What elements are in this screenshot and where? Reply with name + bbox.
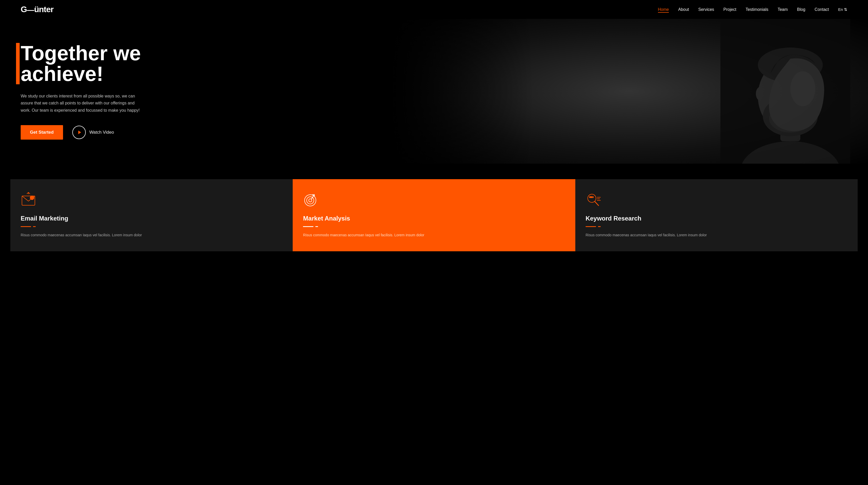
service-card-email-marketing: $ Email Marketing Risus commodo maecenas… — [10, 179, 293, 251]
nav-home[interactable]: Home — [658, 7, 669, 13]
hero-title-text: Together weachieve! — [21, 41, 141, 85]
service-text-market: Risus commodo maecenas accumsan Iaqus ve… — [303, 232, 565, 238]
nav-testimonials[interactable]: Testimonials — [746, 7, 768, 11]
hero-subtitle: We study our clients interest from all p… — [21, 92, 145, 114]
nav-services[interactable]: Services — [698, 7, 714, 11]
svg-marker-12 — [78, 131, 81, 134]
watch-video-button[interactable]: Watch Video — [72, 126, 114, 139]
get-started-button[interactable]: Get Started — [21, 125, 63, 140]
nav-team[interactable]: Team — [778, 7, 788, 11]
service-divider-keyword — [586, 226, 596, 227]
service-text-email: Risus commodo maecenas accumsan Iaqus ve… — [21, 232, 282, 238]
service-title-email: Email Marketing — [21, 215, 282, 222]
nav-project[interactable]: Project — [723, 7, 736, 11]
logo[interactable]: Günter — [21, 5, 54, 14]
service-divider-market — [303, 226, 313, 227]
services-section: $ Email Marketing Risus commodo maecenas… — [0, 179, 868, 251]
service-divider-email — [21, 226, 31, 227]
nav-about[interactable]: About — [678, 7, 689, 11]
service-card-market-analysis: Market Analysis Risus commodo maecenas a… — [293, 179, 575, 251]
hero-actions: Get Started Watch Video — [21, 125, 145, 140]
nav-blog[interactable]: Blog — [797, 7, 805, 11]
svg-line-22 — [595, 201, 598, 205]
hero-title: Together weachieve! — [21, 43, 145, 84]
play-icon — [72, 126, 86, 139]
svg-text:$: $ — [31, 197, 33, 199]
hero-content: Together weachieve! We study our clients… — [0, 27, 165, 155]
nav-contact[interactable]: Contact — [814, 7, 829, 11]
keyword-research-icon: SEO — [586, 192, 601, 208]
hero-portrait — [718, 19, 852, 164]
service-card-keyword-research: SEO Keyword Research Risus commodo maece… — [575, 179, 858, 251]
navbar: Günter Home About Services Project Testi… — [0, 0, 868, 19]
hero-section: Together weachieve! We study our clients… — [0, 19, 868, 164]
service-title-market: Market Analysis — [303, 215, 565, 222]
market-analysis-icon — [303, 192, 318, 208]
title-accent-bar — [16, 43, 20, 84]
watch-video-label: Watch Video — [89, 130, 114, 135]
svg-point-11 — [790, 72, 815, 106]
nav-links: Home About Services Project Testimonials… — [658, 7, 847, 12]
lang-selector[interactable]: En ⇅ — [838, 7, 847, 11]
email-marketing-icon: $ — [21, 192, 36, 208]
svg-point-10 — [756, 87, 765, 101]
service-text-keyword: Risus commodo maecenas accumsan Iaqus ve… — [586, 232, 847, 238]
svg-point-18 — [307, 197, 314, 204]
hero-image — [391, 19, 868, 164]
svg-text:SEO: SEO — [589, 196, 594, 198]
service-title-keyword: Keyword Research — [586, 215, 847, 222]
